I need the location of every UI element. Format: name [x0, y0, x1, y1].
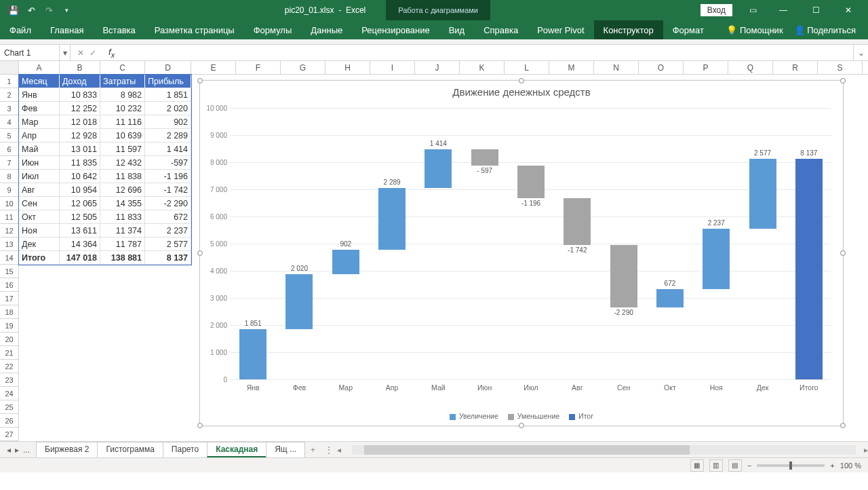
row-header-6[interactable]: 6: [0, 143, 19, 156]
chart-handle-nw[interactable]: [197, 78, 203, 83]
data-cell[interactable]: -1 196: [145, 170, 191, 183]
redo-icon[interactable]: ↷: [41, 2, 57, 18]
chart-bar[interactable]: [332, 250, 359, 274]
data-cell[interactable]: Дек: [19, 238, 60, 251]
row-header-26[interactable]: 26: [0, 414, 19, 428]
data-cell[interactable]: Июн: [19, 156, 60, 170]
ribbon-tab-Главная[interactable]: Главная: [41, 20, 93, 39]
row-header-17[interactable]: 17: [0, 292, 19, 305]
data-cell[interactable]: 10 232: [100, 102, 145, 115]
row-header-16[interactable]: 16: [0, 278, 19, 292]
row-header-19[interactable]: 19: [0, 319, 19, 333]
sheet-tab[interactable]: Каскадная: [207, 442, 267, 457]
data-cell[interactable]: -597: [145, 156, 191, 170]
data-cell[interactable]: 13 011: [60, 143, 100, 156]
select-all-corner[interactable]: [0, 61, 19, 75]
view-page-break-icon[interactable]: ▤: [728, 459, 742, 472]
ribbon-display-icon[interactable]: ▭: [739, 0, 766, 20]
sheet-nav-prev-icon[interactable]: ◂: [7, 445, 11, 455]
hscroll-left-icon[interactable]: ◂: [337, 445, 344, 455]
chart-bar[interactable]: [425, 149, 452, 188]
data-cell[interactable]: 11 835: [60, 156, 100, 170]
data-cell[interactable]: -2 290: [145, 197, 191, 210]
ribbon-tab-Данные[interactable]: Данные: [301, 20, 352, 39]
ribbon-tab-Вставка[interactable]: Вставка: [93, 20, 144, 39]
header-cell[interactable]: Месяц: [19, 75, 60, 88]
row-header-14[interactable]: 14: [0, 251, 19, 265]
chart-bar[interactable]: [795, 159, 823, 379]
chart-handle-sw[interactable]: [197, 423, 203, 428]
row-header-22[interactable]: 22: [0, 360, 19, 373]
chart-bar[interactable]: [285, 274, 313, 329]
col-header-I[interactable]: I: [370, 61, 415, 74]
sheet-tab[interactable]: Парето: [163, 442, 208, 457]
col-header-E[interactable]: E: [191, 61, 236, 74]
data-cell[interactable]: 8 137: [145, 251, 191, 265]
col-header-A[interactable]: A: [19, 61, 60, 74]
minimize-icon[interactable]: —: [768, 0, 799, 20]
share-button[interactable]: 👤 Поделиться: [794, 25, 856, 35]
row-header-12[interactable]: 12: [0, 224, 19, 238]
chart-handle-s[interactable]: [519, 423, 524, 428]
row-header-27[interactable]: 27: [0, 428, 19, 441]
data-cell[interactable]: 672: [145, 210, 191, 224]
data-cell[interactable]: 14 355: [100, 197, 145, 210]
data-cell[interactable]: Мар: [19, 115, 60, 129]
data-cell[interactable]: Авг: [19, 183, 60, 197]
save-icon[interactable]: 💾: [5, 2, 22, 18]
ribbon-tab-Конструктор[interactable]: Конструктор: [594, 20, 663, 39]
row-header-2[interactable]: 2: [0, 88, 19, 102]
data-cell[interactable]: 902: [145, 115, 191, 129]
row-header-13[interactable]: 13: [0, 238, 19, 251]
chart-title[interactable]: Движение денежных средств: [200, 81, 843, 100]
data-cell[interactable]: 10 954: [60, 183, 100, 197]
row-header-9[interactable]: 9: [0, 183, 19, 197]
zoom-out-icon[interactable]: −: [747, 461, 751, 470]
chart-bar[interactable]: [517, 166, 545, 198]
chart-handle-se[interactable]: [840, 423, 846, 428]
data-cell[interactable]: Окт: [19, 210, 60, 224]
data-cell[interactable]: 138 881: [100, 251, 145, 265]
chart-object[interactable]: Движение денежных средств 01 0002 0003 0…: [199, 80, 844, 426]
data-cell[interactable]: 14 364: [60, 238, 100, 251]
data-cell[interactable]: 2 577: [145, 238, 191, 251]
cancel-icon[interactable]: ✕: [77, 48, 84, 58]
data-cell[interactable]: 12 432: [100, 156, 145, 170]
col-header-B[interactable]: B: [60, 61, 100, 74]
data-cell[interactable]: 2 237: [145, 224, 191, 238]
data-cell[interactable]: 1 851: [145, 88, 191, 102]
data-cell[interactable]: Итого: [19, 251, 60, 265]
maximize-icon[interactable]: ☐: [800, 0, 831, 20]
data-cell[interactable]: 13 611: [60, 224, 100, 238]
data-cell[interactable]: Фев: [19, 102, 60, 115]
sheet-tab[interactable]: Биржевая 2: [36, 442, 98, 457]
chart-handle-ne[interactable]: [840, 78, 846, 83]
data-cell[interactable]: 8 982: [100, 88, 145, 102]
ribbon-tab-Вид[interactable]: Вид: [439, 20, 475, 39]
row-header-25[interactable]: 25: [0, 400, 19, 414]
chart-bar[interactable]: [239, 329, 267, 379]
col-header-Q[interactable]: Q: [728, 61, 773, 74]
header-cell[interactable]: Доход: [60, 75, 100, 88]
tell-me[interactable]: 💡 Помощник: [726, 25, 783, 35]
fx-icon[interactable]: fx: [103, 47, 120, 59]
data-cell[interactable]: 10 642: [60, 170, 100, 183]
ribbon-tab-Power Pivot[interactable]: Power Pivot: [528, 20, 593, 39]
data-cell[interactable]: Июл: [19, 170, 60, 183]
sheet-nav[interactable]: ◂ ▸ ...: [0, 445, 37, 455]
col-header-P[interactable]: P: [684, 61, 728, 74]
data-cell[interactable]: 11 838: [100, 170, 145, 183]
row-header-10[interactable]: 10: [0, 197, 19, 210]
qat-dropdown-icon[interactable]: ▾: [58, 2, 75, 18]
undo-icon[interactable]: ↶: [23, 2, 39, 18]
row-header-20[interactable]: 20: [0, 333, 19, 346]
data-cell[interactable]: 12 928: [60, 129, 100, 143]
col-header-M[interactable]: M: [549, 61, 594, 74]
row-header-5[interactable]: 5: [0, 129, 19, 143]
zoom-level[interactable]: 100 %: [840, 461, 861, 470]
data-cell[interactable]: 147 018: [60, 251, 100, 265]
data-cell[interactable]: Апр: [19, 129, 60, 143]
col-header-O[interactable]: O: [639, 61, 684, 74]
data-cell[interactable]: 12 252: [60, 102, 100, 115]
chart-bar[interactable]: [471, 149, 498, 166]
